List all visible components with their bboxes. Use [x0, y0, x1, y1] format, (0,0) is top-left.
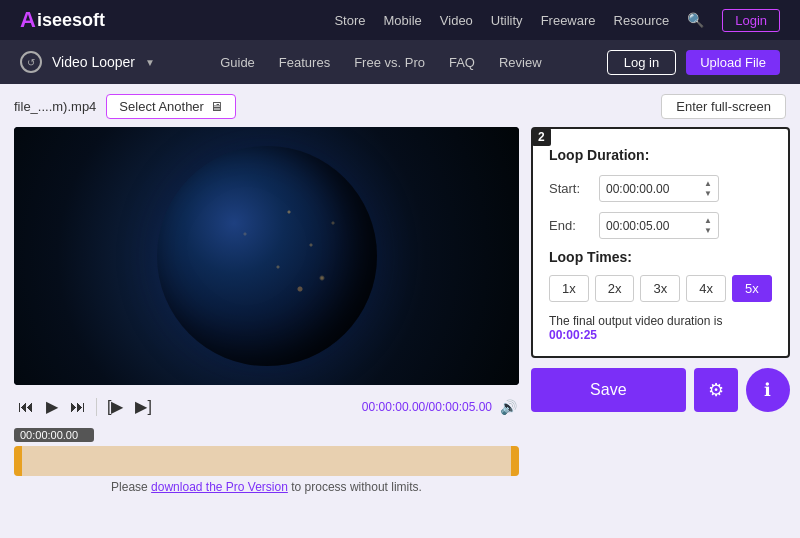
loop-duration-title: Loop Duration:	[549, 147, 772, 163]
spinner-up[interactable]: ▲	[704, 179, 712, 188]
spinner-down[interactable]: ▼	[704, 189, 712, 198]
end-label: End:	[549, 218, 589, 233]
start-time-value: 00:00:00.00	[606, 182, 669, 196]
file-bar: file_....m).mp4 Select Another 🖥 Enter f…	[14, 94, 786, 119]
loop-icon: ↺	[20, 51, 42, 73]
time-display: 00:00:00.00/00:00:05.00	[362, 400, 492, 414]
second-navigation: ↺ Video Looper ▼ Guide Features Free vs.…	[0, 40, 800, 84]
timeline-handle-right[interactable]	[511, 446, 519, 476]
save-button[interactable]: Save	[531, 368, 686, 412]
loop-times-title: Loop Times:	[549, 249, 772, 265]
loop-btn-2x[interactable]: 2x	[595, 275, 635, 302]
start-row: Start: 00:00:00.00 ▲ ▼	[549, 175, 772, 202]
nav-utility[interactable]: Utility	[491, 13, 523, 28]
divider	[96, 398, 97, 416]
rewind-button[interactable]: ⏮	[16, 396, 36, 418]
nav-freeware[interactable]: Freeware	[541, 13, 596, 28]
video-panel: ⏮ ▶ ⏭ [▶ ▶] 00:00:00.00/00:00:05.00 🔊 00…	[14, 127, 519, 528]
nav-store[interactable]: Store	[334, 13, 365, 28]
output-duration-value: 00:00:25	[549, 328, 597, 342]
pro-notice-text-before: Please	[111, 480, 151, 494]
second-nav-actions: Log in Upload File	[607, 50, 780, 75]
monitor-icon: 🖥	[210, 99, 223, 114]
volume-icon[interactable]: 🔊	[500, 399, 517, 415]
timeline-bar[interactable]	[14, 446, 519, 476]
loop-in-button[interactable]: [▶	[105, 395, 125, 418]
fast-forward-button[interactable]: ⏭	[68, 396, 88, 418]
loop-btn-5x[interactable]: 5x	[732, 275, 772, 302]
end-time-spinners[interactable]: ▲ ▼	[704, 216, 712, 235]
output-duration-text: The final output video duration is	[549, 314, 722, 328]
upload-file-button[interactable]: Upload File	[686, 50, 780, 75]
start-time-spinners[interactable]: ▲ ▼	[704, 179, 712, 198]
start-label: Start:	[549, 181, 589, 196]
login-button[interactable]: Log in	[607, 50, 676, 75]
start-time-input[interactable]: 00:00:00.00 ▲ ▼	[599, 175, 719, 202]
end-row: End: 00:00:05.00 ▲ ▼	[549, 212, 772, 239]
loop-btn-4x[interactable]: 4x	[686, 275, 726, 302]
dropdown-arrow-icon[interactable]: ▼	[145, 57, 155, 68]
logo: A iseesoft	[20, 7, 105, 33]
current-time: 00:00:00.00	[362, 400, 425, 414]
total-time: /00:00:05.00	[425, 400, 492, 414]
main-area: file_....m).mp4 Select Another 🖥 Enter f…	[0, 84, 800, 538]
logo-name: iseesoft	[37, 10, 105, 31]
gear-icon: ⚙	[708, 379, 724, 401]
earth-sphere	[157, 146, 377, 366]
nav-guide[interactable]: Guide	[220, 55, 255, 70]
file-bar-left: file_....m).mp4 Select Another 🖥	[14, 94, 236, 119]
select-another-label: Select Another	[119, 99, 204, 114]
nav-features[interactable]: Features	[279, 55, 330, 70]
top-login-button[interactable]: Login	[722, 9, 780, 32]
nav-review[interactable]: Review	[499, 55, 542, 70]
nav-mobile[interactable]: Mobile	[384, 13, 422, 28]
spinner-down-end[interactable]: ▼	[704, 226, 712, 235]
loop-out-button[interactable]: ▶]	[133, 395, 153, 418]
save-area: Save ⚙ ℹ	[531, 368, 790, 412]
loop-times-buttons: 1x 2x 3x 4x 5x	[549, 275, 772, 302]
earth-lights	[157, 146, 377, 366]
timeline-area: 00:00:00.00 Please download the Pro Vers…	[14, 428, 519, 494]
nav-faq[interactable]: FAQ	[449, 55, 475, 70]
second-nav-links: Guide Features Free vs. Pro FAQ Review	[220, 55, 541, 70]
spinner-up-end[interactable]: ▲	[704, 216, 712, 225]
logo-a: A	[20, 7, 36, 33]
output-duration: The final output video duration is 00:00…	[549, 314, 772, 342]
content-area: ⏮ ▶ ⏭ [▶ ▶] 00:00:00.00/00:00:05.00 🔊 00…	[14, 127, 786, 528]
pro-notice: Please download the Pro Version to proce…	[14, 480, 519, 494]
file-name: file_....m).mp4	[14, 99, 96, 114]
fullscreen-button[interactable]: Enter full-screen	[661, 94, 786, 119]
loop-settings-box: 2 Loop Duration: Start: 00:00:00.00 ▲ ▼ …	[531, 127, 790, 358]
earth-visual	[14, 127, 519, 385]
tool-name-area: ↺ Video Looper ▼	[20, 51, 155, 73]
end-time-input[interactable]: 00:00:05.00 ▲ ▼	[599, 212, 719, 239]
video-controls: ⏮ ▶ ⏭ [▶ ▶] 00:00:00.00/00:00:05.00 🔊	[14, 391, 519, 422]
select-another-button[interactable]: Select Another 🖥	[106, 94, 236, 119]
pro-notice-text-after: to process without limits.	[288, 480, 422, 494]
video-container	[14, 127, 519, 385]
timeline-handle-left[interactable]	[14, 446, 22, 476]
nav-free-vs-pro[interactable]: Free vs. Pro	[354, 55, 425, 70]
loop-btn-1x[interactable]: 1x	[549, 275, 589, 302]
play-button[interactable]: ▶	[44, 395, 60, 418]
box-number: 2	[532, 128, 551, 146]
search-icon[interactable]: 🔍	[687, 12, 704, 28]
info-button[interactable]: ℹ	[746, 368, 790, 412]
right-panel: 2 Loop Duration: Start: 00:00:00.00 ▲ ▼ …	[531, 127, 790, 528]
top-nav-links: Store Mobile Video Utility Freeware Reso…	[334, 9, 780, 32]
pro-version-link[interactable]: download the Pro Version	[151, 480, 288, 494]
top-navigation: A iseesoft Store Mobile Video Utility Fr…	[0, 0, 800, 40]
settings-button[interactable]: ⚙	[694, 368, 738, 412]
nav-resource[interactable]: Resource	[614, 13, 670, 28]
nav-video[interactable]: Video	[440, 13, 473, 28]
end-time-value: 00:00:05.00	[606, 219, 669, 233]
timeline-label: 00:00:00.00	[14, 428, 94, 442]
tool-name: Video Looper	[52, 54, 135, 70]
info-icon: ℹ	[764, 379, 771, 401]
loop-btn-3x[interactable]: 3x	[640, 275, 680, 302]
